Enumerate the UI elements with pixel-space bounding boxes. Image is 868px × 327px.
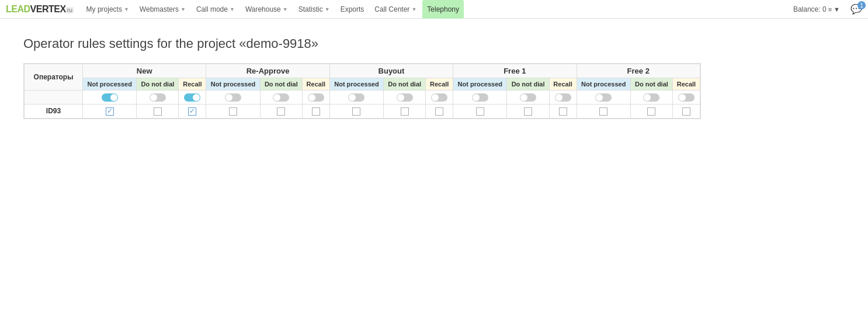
id93-free2-recall-checkbox[interactable]: [682, 107, 690, 116]
buyout-not-processed-toggle[interactable]: [348, 93, 364, 102]
free2-not-processed-toggle[interactable]: [595, 93, 612, 102]
free1-recall-toggle[interactable]: [555, 93, 571, 102]
free2-not-processed-header: Not processed: [577, 78, 630, 91]
group-new-header: New: [83, 64, 206, 78]
reapprove-do-not-dial-toggle[interactable]: [273, 93, 289, 102]
nav-warehouse[interactable]: Warehouse ▼: [241, 0, 293, 19]
id93-buyout-do-not-dial-cell: [384, 104, 426, 118]
group-reapprove-header: Re-Approve: [206, 64, 329, 78]
free1-not-processed-header: Not processed: [453, 78, 507, 91]
id93-reapprove-recall-cell: [302, 104, 329, 118]
nav-exports[interactable]: Exports: [336, 0, 369, 19]
group-free2-header: Free 2: [577, 64, 700, 78]
id93-free1-recall-cell: [549, 104, 577, 118]
id93-new-recall-checkbox[interactable]: [188, 107, 196, 116]
free1-not-processed-toggle[interactable]: [472, 93, 488, 102]
free2-recall-header: Recall: [672, 78, 700, 91]
id93-free1-recall-checkbox[interactable]: [559, 107, 567, 116]
free1-recall-toggle-cell: [549, 91, 577, 105]
buyout-recall-toggle-cell: [426, 91, 453, 105]
chevron-down-icon: ▼: [230, 6, 235, 12]
operator-id: ID93: [25, 104, 83, 118]
reapprove-do-not-dial-header: Do not dial: [260, 78, 302, 91]
new-not-processed-toggle[interactable]: [102, 93, 118, 102]
id93-new-do-not-dial-cell: [137, 104, 179, 118]
new-do-not-dial-toggle[interactable]: [150, 93, 166, 102]
table-row: ID93: [25, 104, 700, 118]
nav-messages[interactable]: 💬 1: [850, 4, 862, 15]
nav-statistic[interactable]: Statistic ▼: [294, 0, 335, 19]
reapprove-recall-toggle-cell: [302, 91, 329, 105]
chevron-down-icon: ▼: [411, 6, 416, 12]
free2-do-not-dial-toggle[interactable]: [643, 93, 659, 102]
buyout-do-not-dial-toggle[interactable]: [397, 93, 413, 102]
nav-my-projects[interactable]: My projects ▼: [82, 0, 134, 19]
page-title: Operator rules settings for the project …: [23, 36, 845, 51]
free1-not-processed-toggle-cell: [453, 91, 507, 105]
main-content: Operator rules settings for the project …: [0, 19, 868, 138]
id93-reapprove-recall-checkbox[interactable]: [312, 107, 320, 116]
nav-call-mode[interactable]: Call mode ▼: [192, 0, 239, 19]
id93-free1-do-not-dial-checkbox[interactable]: [524, 107, 532, 116]
logo-lead: LEAD: [6, 4, 30, 14]
id93-buyout-do-not-dial-checkbox[interactable]: [401, 107, 409, 116]
free1-do-not-dial-toggle[interactable]: [520, 93, 536, 102]
reapprove-recall-toggle[interactable]: [308, 93, 324, 102]
nav-balance[interactable]: Balance: 0 ≡ ▼: [789, 5, 845, 13]
id93-new-not-processed-checkbox[interactable]: [106, 107, 114, 116]
free2-not-processed-toggle-cell: [577, 91, 630, 105]
nav-telephony[interactable]: Telephony: [422, 0, 464, 19]
id93-new-not-processed-cell: [83, 104, 137, 118]
balance-icon: ≡ ▼: [828, 6, 840, 13]
buyout-not-processed-toggle-cell: [329, 91, 383, 105]
id93-free2-not-processed-checkbox[interactable]: [599, 107, 607, 116]
free2-recall-toggle[interactable]: [678, 93, 695, 102]
chevron-down-icon: ▼: [124, 6, 129, 12]
id93-new-recall-cell: [179, 104, 206, 118]
nav-call-center[interactable]: Call Center ▼: [370, 0, 421, 19]
new-not-processed-toggle-cell: [83, 91, 137, 105]
nav-webmasters[interactable]: Webmasters ▼: [135, 0, 190, 19]
new-recall-toggle-cell: [179, 91, 206, 105]
group-buyout-header: Buyout: [329, 64, 453, 78]
chevron-down-icon: ▼: [283, 6, 288, 12]
id93-reapprove-do-not-dial-checkbox[interactable]: [277, 107, 285, 116]
reapprove-not-processed-toggle[interactable]: [225, 93, 241, 102]
new-recall-header: Recall: [179, 78, 206, 91]
id93-free2-do-not-dial-cell: [630, 104, 672, 118]
operators-column-header: Операторы: [25, 64, 83, 91]
buyout-do-not-dial-header: Do not dial: [384, 78, 426, 91]
chevron-down-icon: ▼: [325, 6, 330, 12]
free2-recall-toggle-cell: [672, 91, 700, 105]
reapprove-not-processed-header: Not processed: [206, 78, 260, 91]
new-recall-toggle[interactable]: [184, 93, 200, 102]
id93-buyout-recall-cell: [426, 104, 453, 118]
navbar: LEADVERTEXru My projects ▼ Webmasters ▼ …: [0, 0, 868, 19]
buyout-not-processed-header: Not processed: [329, 78, 383, 91]
buyout-recall-header: Recall: [426, 78, 453, 91]
free2-do-not-dial-toggle-cell: [630, 91, 672, 105]
reapprove-not-processed-toggle-cell: [206, 91, 260, 105]
free2-do-not-dial-header: Do not dial: [630, 78, 672, 91]
id93-free2-do-not-dial-checkbox[interactable]: [647, 107, 655, 116]
id93-buyout-recall-checkbox[interactable]: [435, 107, 443, 116]
id93-free2-recall-cell: [672, 104, 700, 118]
toggle-row: [25, 91, 700, 105]
id93-new-do-not-dial-checkbox[interactable]: [154, 107, 162, 116]
id93-free1-not-processed-checkbox[interactable]: [476, 107, 484, 116]
free1-recall-header: Recall: [549, 78, 577, 91]
group-free1-header: Free 1: [453, 64, 577, 78]
id93-free1-do-not-dial-cell: [507, 104, 549, 118]
reapprove-recall-header: Recall: [302, 78, 329, 91]
buyout-do-not-dial-toggle-cell: [384, 91, 426, 105]
buyout-recall-toggle[interactable]: [431, 93, 447, 102]
id93-reapprove-do-not-dial-cell: [260, 104, 302, 118]
id93-free1-not-processed-cell: [453, 104, 507, 118]
id93-buyout-not-processed-checkbox[interactable]: [352, 107, 360, 116]
logo: LEADVERTEXru: [6, 4, 74, 15]
new-do-not-dial-toggle-cell: [137, 91, 179, 105]
id93-free2-not-processed-cell: [577, 104, 630, 118]
id93-reapprove-not-processed-checkbox[interactable]: [229, 107, 237, 116]
free1-do-not-dial-header: Do not dial: [507, 78, 549, 91]
new-not-processed-header: Not processed: [83, 78, 137, 91]
